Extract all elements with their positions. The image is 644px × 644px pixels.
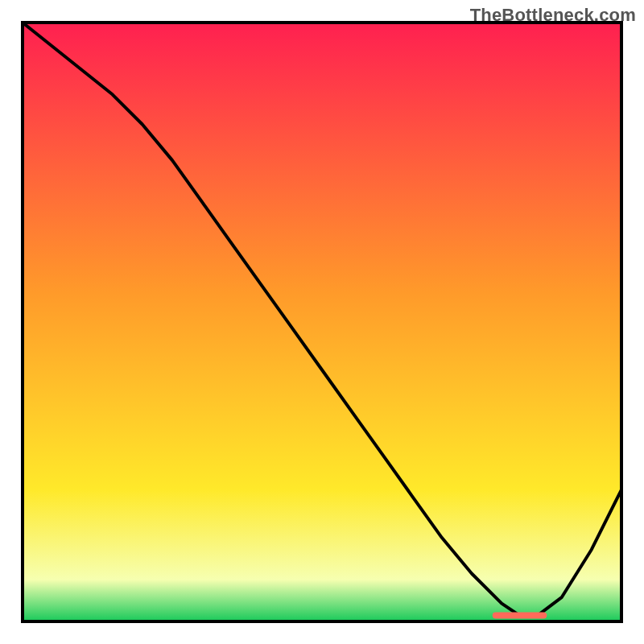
plot-background bbox=[23, 23, 621, 621]
watermark-text: TheBottleneck.com bbox=[470, 5, 636, 26]
chart-root: TheBottleneck.com bbox=[0, 0, 644, 644]
bottleneck-chart bbox=[0, 0, 644, 644]
